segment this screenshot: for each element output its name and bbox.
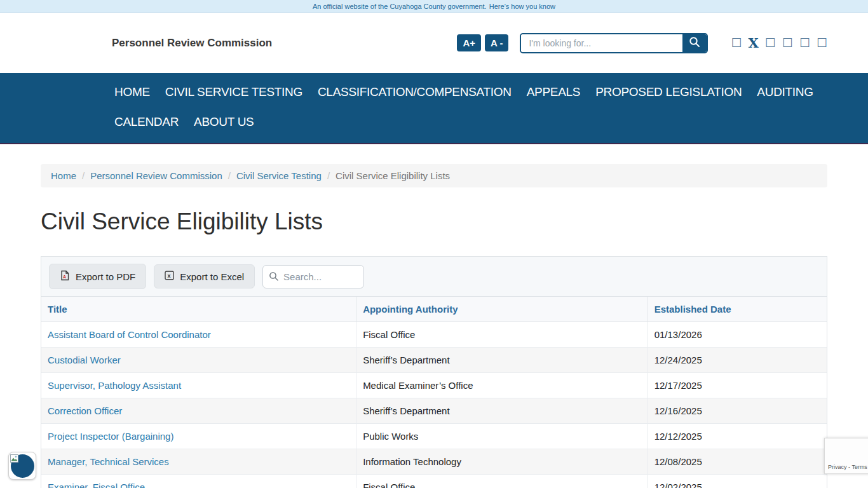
recaptcha-privacy-link[interactable]: Privacy: [828, 464, 847, 470]
search-icon: [689, 36, 700, 50]
table-header-row: Title Appointing Authority Established D…: [41, 297, 827, 322]
title-link[interactable]: Correction Officer: [48, 405, 122, 416]
nav-item-calendar[interactable]: CALENDAR: [114, 115, 179, 129]
authority-cell: Fiscal Office: [356, 322, 648, 348]
date-cell: 12/16/2025: [648, 398, 827, 424]
table-row: Assistant Board of Control Coordinator F…: [41, 322, 827, 348]
recaptcha-badge: Privacy - Terms: [824, 438, 868, 474]
authority-cell: Information Technology: [356, 449, 648, 475]
date-cell: 12/08/2025: [648, 449, 827, 475]
nav-item-about-us[interactable]: ABOUT US: [194, 115, 254, 129]
svg-text:x: x: [168, 273, 171, 279]
site-title: Personnel Review Commission: [112, 37, 272, 50]
authority-cell: Fiscal Office: [356, 475, 648, 488]
export-excel-button[interactable]: x Export to Excel: [154, 264, 255, 288]
breadcrumb-personnel-review-commission[interactable]: Personnel Review Commission: [90, 170, 222, 181]
authority-cell: Sheriff’s Department: [356, 398, 648, 424]
broken-image-icon: [10, 454, 18, 465]
breadcrumb-separator: /: [82, 170, 85, 181]
main-navigation: HOME CIVIL SERVICE TESTING CLASSIFICATIO…: [0, 73, 868, 144]
svg-text:A: A: [63, 274, 66, 279]
nav-row-secondary: CALENDAR ABOUT US: [114, 107, 868, 137]
title-link[interactable]: Project Inspector (Bargaining): [48, 431, 173, 442]
nav-item-home[interactable]: HOME: [114, 85, 150, 99]
x-twitter-icon[interactable]: X: [749, 36, 759, 50]
table-toolbar: A Export to PDF x Export to Excel: [41, 257, 827, 297]
site-search-button[interactable]: [682, 34, 707, 52]
social-links: ☐ X ☐ ☐ ☐ ☐: [731, 36, 827, 50]
table-row: Correction Officer Sheriff’s Department …: [41, 398, 827, 424]
eligibility-lists-card: A Export to PDF x Export to Excel Tit: [41, 256, 827, 488]
font-increase-button[interactable]: A+: [457, 34, 481, 51]
authority-cell: Sheriff’s Department: [356, 348, 648, 373]
header-controls: A+ A - ☐ X ☐ ☐ ☐ ☐: [457, 33, 827, 53]
social-icon-5[interactable]: ☐: [799, 37, 810, 49]
nav-item-civil-service-testing[interactable]: CIVIL SERVICE TESTING: [165, 85, 302, 99]
how-you-know-link[interactable]: Here’s how you know: [489, 3, 555, 10]
accessibility-icon: [11, 454, 34, 478]
export-pdf-label: Export to PDF: [76, 271, 135, 282]
date-cell: 12/02/2025: [648, 475, 827, 488]
title-link[interactable]: Manager, Technical Services: [48, 456, 169, 467]
column-header-established-date[interactable]: Established Date: [648, 297, 827, 322]
title-link[interactable]: Examiner, Fiscal Office: [48, 482, 145, 488]
date-cell: 12/17/2025: [648, 373, 827, 398]
breadcrumb-civil-service-testing[interactable]: Civil Service Testing: [236, 170, 322, 181]
recaptcha-separator: -: [848, 464, 850, 470]
date-cell: 12/24/2025: [648, 348, 827, 373]
table-row: Manager, Technical Services Information …: [41, 449, 827, 475]
nav-item-classification-compensation[interactable]: CLASSIFICATION/COMPENSATION: [318, 85, 512, 99]
nav-item-auditing[interactable]: AUDITING: [757, 85, 813, 99]
authority-cell: Public Works: [356, 424, 648, 449]
accessibility-widget-button[interactable]: [8, 452, 36, 480]
social-icon-4[interactable]: ☐: [782, 37, 793, 49]
search-icon: [269, 271, 279, 284]
title-link[interactable]: Assistant Board of Control Coordinator: [48, 329, 211, 340]
title-link[interactable]: Supervisor, Pathology Assistant: [48, 380, 181, 391]
recaptcha-terms: Privacy - Terms: [828, 464, 867, 470]
column-header-appointing-authority[interactable]: Appointing Authority: [356, 297, 648, 322]
table-row: Supervisor, Pathology Assistant Medical …: [41, 373, 827, 398]
nav-item-appeals[interactable]: APPEALS: [527, 85, 581, 99]
official-banner-text: An official website of the Cuyahoga Coun…: [313, 3, 487, 10]
breadcrumb-home[interactable]: Home: [51, 170, 76, 181]
official-banner: An official website of the Cuyahoga Coun…: [0, 0, 868, 13]
main-content: Home / Personnel Review Commission / Civ…: [0, 164, 868, 488]
breadcrumb-separator: /: [327, 170, 330, 181]
site-header: Personnel Review Commission A+ A - ☐ X ☐…: [0, 13, 868, 73]
font-size-controls: A+ A -: [457, 34, 508, 51]
breadcrumb-separator: /: [228, 170, 231, 181]
date-cell: 12/12/2025: [648, 424, 827, 449]
breadcrumb-current-page: Civil Service Eligibility Lists: [336, 170, 450, 181]
export-pdf-button[interactable]: A Export to PDF: [49, 264, 146, 289]
excel-file-icon: x: [165, 271, 174, 282]
table-row: Project Inspector (Bargaining) Public Wo…: [41, 424, 827, 449]
export-excel-label: Export to Excel: [180, 271, 244, 282]
column-header-title[interactable]: Title: [41, 297, 356, 322]
site-search: [520, 33, 708, 53]
title-link[interactable]: Custodial Worker: [48, 355, 121, 365]
eligibility-table: Title Appointing Authority Established D…: [41, 297, 827, 488]
font-decrease-button[interactable]: A -: [485, 34, 508, 51]
nav-row-primary: HOME CIVIL SERVICE TESTING CLASSIFICATIO…: [114, 77, 868, 107]
table-row: Custodial Worker Sheriff’s Department 12…: [41, 348, 827, 373]
social-icon-3[interactable]: ☐: [765, 37, 776, 49]
social-icon-6[interactable]: ☐: [817, 37, 827, 49]
pdf-file-icon: A: [60, 270, 70, 283]
breadcrumb: Home / Personnel Review Commission / Civ…: [41, 164, 827, 187]
social-icon-1[interactable]: ☐: [731, 37, 742, 49]
table-search: [262, 265, 364, 288]
nav-item-proposed-legislation[interactable]: PROPOSED LEGISLATION: [595, 85, 742, 99]
table-row: Examiner, Fiscal Office Fiscal Office 12…: [41, 475, 827, 488]
authority-cell: Medical Examiner’s Office: [356, 373, 648, 398]
recaptcha-terms-link[interactable]: Terms: [851, 464, 867, 470]
page-title: Civil Service Eligibility Lists: [41, 208, 827, 235]
date-cell: 01/13/2026: [648, 322, 827, 348]
site-search-input[interactable]: [521, 34, 682, 52]
